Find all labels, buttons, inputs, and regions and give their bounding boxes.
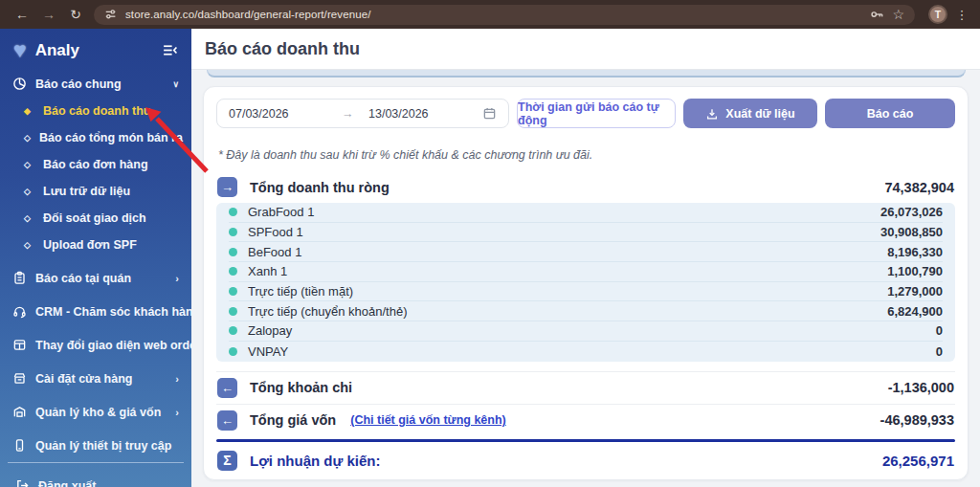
brand-header: ♥ Analy <box>0 29 191 70</box>
sidebar-item-thay-doi-giao-dien[interactable]: Thay đổi giao diện web order <box>0 331 191 359</box>
sidebar-item-bao-cao-chung[interactable]: Báo cáo chung ∨ <box>0 70 191 98</box>
headset-icon <box>12 304 27 319</box>
bookmark-star-icon[interactable]: ☆ <box>892 8 904 21</box>
channel-value: 1,279,000 <box>887 284 943 299</box>
total-cogs-row: ← Tổng giá vốn (Chi tiết giá vốn từng kê… <box>216 404 955 434</box>
channel-row: Xanh 1 1,100,790 <box>229 262 943 282</box>
device-icon <box>12 438 27 453</box>
clipboard-icon <box>12 271 27 285</box>
sidebar-item-bao-cao-doanh-thu[interactable]: ◆ Báo cáo doanh thu <box>0 98 191 124</box>
sidebar-item-label: Báo cáo đơn hàng <box>43 158 148 171</box>
channel-name: BeFood 1 <box>248 245 301 259</box>
channel-value: 1,100,790 <box>887 264 943 278</box>
back-icon[interactable]: ← <box>10 7 34 22</box>
layout-icon <box>12 338 27 352</box>
chevron-right-icon: › <box>175 273 179 284</box>
sidebar-item-crm[interactable]: CRM - Chăm sóc khách hàng › <box>0 298 191 325</box>
chevron-right-icon: › <box>175 407 179 418</box>
pie-chart-icon <box>12 77 27 91</box>
sidebar-item-bao-cao-don-hang[interactable]: ◇ Báo cáo đơn hàng <box>0 151 191 178</box>
browser-chrome: ← → ↻ store.analy.co/dashboard/general-r… <box>0 0 980 29</box>
total-revenue-label: Tổng doanh thu ròng <box>250 180 390 195</box>
content-area: 07/03/2026 → 13/03/2026 Thời gian gửi bá… <box>191 70 980 487</box>
sidebar-item-label: Quản lý kho & giá vốn <box>35 406 161 419</box>
channel-dot-icon <box>229 208 237 216</box>
arrow-right-icon: → <box>217 177 237 197</box>
total-cogs-value: -46,989,933 <box>880 412 954 428</box>
total-expenses-label: Tổng khoản chi <box>250 380 352 395</box>
channel-dot-icon <box>229 326 237 335</box>
sidebar-item-doi-soat-giao-dich[interactable]: ◇ Đối soát giao dịch <box>0 205 191 232</box>
sidebar-item-quan-ly-kho[interactable]: Quản lý kho & giá vốn › <box>0 398 191 426</box>
channel-row: GrabFood 1 26,073,026 <box>229 203 943 223</box>
chevron-down-icon: ∨ <box>172 79 179 89</box>
channel-row: VNPAY 0 <box>229 342 943 362</box>
brand-name: Analy <box>35 41 153 60</box>
logout-button[interactable]: Đăng xuất <box>0 466 191 487</box>
logout-label: Đăng xuất <box>38 479 96 487</box>
date-to-value[interactable]: 13/03/2026 <box>363 107 482 121</box>
date-range-picker[interactable]: 07/03/2026 → 13/03/2026 <box>216 99 509 128</box>
sidebar-item-label: Báo cáo tổng món bán ra <box>39 131 183 144</box>
sidebar-item-cai-dat-cua-hang[interactable]: Cài đặt cửa hàng › <box>0 365 191 392</box>
sidebar-item-bao-cao-tai-quan[interactable]: Báo cáo tại quán › <box>0 264 191 292</box>
auto-report-schedule-button[interactable]: Thời gian gửi báo cáo tự động <box>517 99 676 128</box>
revenue-report-card: 07/03/2026 → 13/03/2026 Thời gian gửi bá… <box>203 86 969 480</box>
site-settings-icon[interactable] <box>104 8 118 21</box>
sidebar-collapse-icon[interactable] <box>162 42 178 58</box>
channel-dot-icon <box>229 248 237 256</box>
reload-icon[interactable]: ↻ <box>63 7 88 22</box>
calendar-icon[interactable] <box>482 106 497 121</box>
channel-value: 30,908,850 <box>880 225 943 239</box>
expected-profit-label: Lợi nhuận dự kiến: <box>250 453 381 469</box>
password-key-icon[interactable] <box>870 8 884 22</box>
channel-dot-icon <box>229 228 237 236</box>
cogs-detail-link[interactable]: (Chi tiết giá vốn từng kênh) <box>350 413 506 427</box>
sidebar-item-upload-don-spf[interactable]: ◇ Upload đơn SPF <box>0 232 191 258</box>
browser-menu-icon[interactable]: ⋮ <box>953 8 970 22</box>
store-icon <box>12 371 27 386</box>
channel-name: Trực tiếp (tiền mặt) <box>248 284 353 299</box>
total-expenses-row: ← Tổng khoản chi -1,136,000 <box>216 371 955 402</box>
sidebar-divider <box>8 462 184 463</box>
page-title: Báo cáo doanh thu <box>205 39 360 59</box>
revenue-note: * Đây là doanh thu sau khi trừ % chiết k… <box>218 148 953 162</box>
analy-logo-icon: ♥ <box>13 39 27 61</box>
report-button[interactable]: Báo cáo <box>825 99 955 128</box>
total-expenses-value: -1,136,000 <box>888 380 954 395</box>
expected-profit-value: 26,256,971 <box>882 453 954 469</box>
sidebar-item-label: Lưu trữ dữ liệu <box>43 185 130 198</box>
chevron-right-icon: › <box>175 373 179 385</box>
logout-icon <box>15 478 30 487</box>
channel-row: Trực tiếp (chuyển khoản/thẻ) 6,824,900 <box>229 301 943 321</box>
arrow-left-icon: ← <box>217 378 237 398</box>
channel-name: SPFood 1 <box>248 225 303 239</box>
date-from-value[interactable]: 07/03/2026 <box>229 107 342 121</box>
total-revenue-value: 74,382,904 <box>884 180 954 195</box>
scrolled-card-edge <box>207 70 966 77</box>
sidebar-item-label: Thay đổi giao diện web order <box>35 339 201 352</box>
sidebar-item-label: Upload đơn SPF <box>43 238 137 252</box>
address-bar[interactable]: store.analy.co/dashboard/general-report/… <box>94 5 915 25</box>
sidebar-item-label: Quản lý thiết bị truy cập <box>35 439 171 453</box>
forward-icon[interactable]: → <box>36 7 61 22</box>
sidebar-item-bao-cao-tong-mon[interactable]: ◇ Báo cáo tổng món bán ra <box>0 124 191 151</box>
channel-value: 0 <box>936 323 943 338</box>
sidebar-item-label: Báo cáo doanh thu <box>43 104 151 118</box>
channel-value: 26,073,026 <box>880 205 943 219</box>
toolbar: 07/03/2026 → 13/03/2026 Thời gian gửi bá… <box>216 99 955 128</box>
channel-row: Trực tiếp (tiền mặt) 1,279,000 <box>229 282 943 302</box>
url-text[interactable]: store.analy.co/dashboard/general-report/… <box>125 9 862 20</box>
channel-name: GrabFood 1 <box>248 205 314 219</box>
export-data-button[interactable]: Xuất dữ liệu <box>683 99 817 128</box>
channel-dot-icon <box>229 267 237 276</box>
profile-avatar[interactable]: T <box>928 5 947 24</box>
page-header: Báo cáo doanh thu <box>191 29 980 70</box>
diamond-filled-icon: ◆ <box>24 107 34 116</box>
sidebar-item-label: Báo cáo chung <box>35 77 122 91</box>
sidebar-item-luu-tru-du-lieu[interactable]: ◇ Lưu trữ dữ liệu <box>0 178 191 205</box>
sidebar-item-quan-ly-thiet-bi[interactable]: Quản lý thiết bị truy cập <box>0 432 191 459</box>
channel-dot-icon <box>229 307 237 316</box>
channel-row: BeFood 1 8,196,330 <box>229 242 943 262</box>
sigma-icon: Σ <box>217 451 237 471</box>
